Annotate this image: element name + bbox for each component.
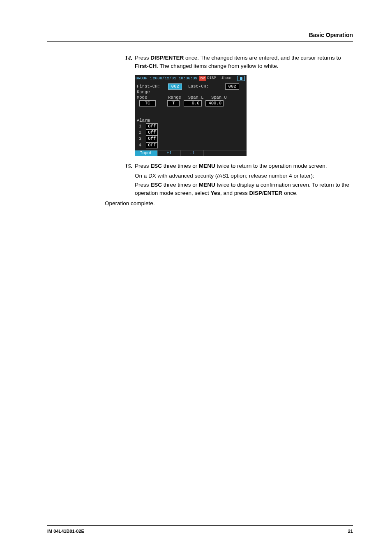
device-titlebar: GROUP 1 2008/12/01 10:36:39 DX DISP 1hou…: [135, 75, 247, 82]
alarm-val[interactable]: Off: [146, 136, 158, 142]
mode-hdr: Mode: [137, 95, 166, 100]
group-label: GROUP 1: [136, 76, 152, 81]
content-block: 14. Press DISP/ENTER once. The changed i…: [47, 54, 353, 208]
alarm-section: Alarm: [137, 118, 244, 123]
kbd-esc: ESC: [150, 163, 162, 169]
kbd-disp-enter: DISP/ENTER: [249, 190, 282, 196]
range-section: Range: [137, 90, 244, 95]
spanl-hdr: Span_L: [188, 95, 209, 100]
last-ch-value[interactable]: 002: [225, 83, 239, 90]
t: Press: [135, 182, 150, 188]
alarm-val[interactable]: Off: [146, 123, 158, 130]
alarm-idx: 3: [137, 136, 143, 141]
alarm-row-3: 3 Off: [137, 136, 244, 142]
t: three times or: [162, 163, 199, 169]
t: . The changed items change from yellow t…: [157, 63, 278, 69]
kbd-disp-enter: DISP/ENTER: [150, 55, 184, 61]
step-15-alt: Press ESC three times or MENU twice to d…: [123, 181, 353, 198]
softkey-minus[interactable]: -1: [181, 150, 204, 157]
t: , and press: [220, 190, 249, 196]
screen-body: First-CH: 002 Last-CH: 002 Range Mode Ra…: [135, 82, 247, 148]
device-screen: GROUP 1 2008/12/01 10:36:39 DX DISP 1hou…: [135, 75, 247, 157]
scale-label: 1hour: [216, 76, 238, 81]
disp-label: DISP: [207, 76, 216, 81]
page-number: 21: [348, 528, 353, 535]
page: Basic Operation 14. Press DISP/ENTER onc…: [0, 0, 392, 555]
softkey-input[interactable]: Input: [135, 150, 158, 157]
last-ch-label: Last-CH:: [188, 84, 213, 89]
datetime: 2008/12/01 10:36:39: [153, 76, 197, 81]
alarm-val[interactable]: Off: [146, 130, 158, 136]
hdr-row: Mode Range Span_L Span_U: [137, 95, 244, 100]
softkey-plus[interactable]: +1: [158, 150, 181, 157]
step-number: 15.: [123, 162, 135, 171]
ch-row: First-CH: 002 Last-CH: 002: [137, 83, 244, 90]
operation-complete: Operation complete.: [105, 199, 353, 208]
alarm-row-2: 2 Off: [137, 130, 244, 136]
t: once.: [282, 190, 297, 196]
section-title: Basic Operation: [47, 31, 353, 39]
alarm-row-4: 4 Off: [137, 142, 244, 148]
record-icon: [238, 76, 245, 81]
softkey-bar: Input +1 -1: [135, 150, 247, 157]
header-rule: Basic Operation: [47, 31, 353, 42]
range-value[interactable]: T: [167, 100, 180, 106]
alarm-idx: 2: [137, 130, 143, 135]
step-15-note: On a DX with advanced security (/AS1 opt…: [123, 172, 353, 180]
first-ch-label: First-CH:: [137, 84, 166, 89]
alarm-row-1: 1 Off: [137, 123, 244, 130]
spanu-hdr: Span_U: [211, 95, 230, 100]
alarm-idx: 4: [137, 143, 143, 148]
step-text: Press DISP/ENTER once. The changed items…: [135, 54, 353, 71]
t: twice to return to the operation mode sc…: [215, 163, 327, 169]
footer: IM 04L41B01-02E 21: [47, 525, 353, 535]
alarm-idx: 1: [137, 124, 143, 129]
mode-value[interactable]: TC: [139, 100, 156, 106]
kbd-menu: MENU: [199, 163, 215, 169]
t: Press: [135, 55, 150, 61]
kbd-esc: ESC: [150, 182, 162, 188]
t: once. The changed items are entered, and…: [184, 55, 341, 61]
step-number: 14.: [123, 54, 135, 71]
first-ch-value[interactable]: 002: [168, 83, 182, 90]
range-hdr: Range: [168, 95, 185, 100]
t: three times or: [162, 182, 199, 188]
device-screenshot: GROUP 1 2008/12/01 10:36:39 DX DISP 1hou…: [135, 75, 353, 157]
step-14: 14. Press DISP/ENTER once. The changed i…: [123, 54, 353, 71]
step-15: 15. Press ESC three times or MENU twice …: [123, 162, 353, 171]
first-ch-ref: First-CH: [135, 63, 157, 69]
alarm-val[interactable]: Off: [146, 142, 158, 148]
step-text: Press ESC three times or MENU twice to r…: [135, 162, 353, 171]
record-dot-icon: [240, 77, 242, 80]
yes-ref: Yes: [211, 190, 220, 196]
device-icon: DX: [199, 76, 206, 81]
kbd-menu: MENU: [199, 182, 215, 188]
spanu-value[interactable]: 400.0: [205, 100, 224, 106]
t: Press: [135, 163, 150, 169]
val-row: TC T 0.0 400.0: [137, 100, 244, 106]
spanl-value[interactable]: 0.0: [184, 100, 202, 106]
doc-number: IM 04L41B01-02E: [47, 528, 84, 535]
